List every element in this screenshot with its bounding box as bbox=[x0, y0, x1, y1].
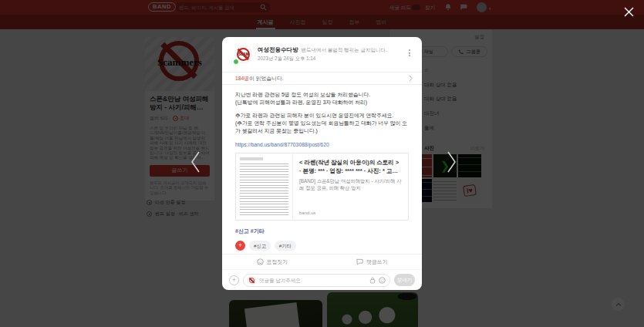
add-emotion-button[interactable]: + bbox=[235, 241, 245, 251]
lock-icon[interactable] bbox=[369, 277, 376, 284]
post-action-bar: 표정짓기 댓글쓰기 bbox=[222, 254, 422, 269]
comment-input-pill[interactable] bbox=[243, 274, 390, 287]
next-post-button[interactable] bbox=[446, 150, 457, 177]
write-comment-button[interactable]: 댓글쓰기 bbox=[322, 255, 423, 269]
chevron-right-icon bbox=[446, 150, 457, 174]
read-count-row[interactable]: 184명이 읽었습니다. bbox=[222, 72, 422, 85]
emoji-icon[interactable] bbox=[379, 277, 386, 284]
band-notice: 밴드내에서 불법적 행위는 금지입니다. bbox=[302, 47, 387, 52]
post-paragraph: (추가로 연락 주신분이 몇명 있으셨는데 회원님들하고 대화가 너무 많이 오… bbox=[235, 120, 409, 135]
link-preview-card[interactable]: < 라렌(작년 잠실의 아웅이)의 스토리 > · 본명: *** · 업장: … bbox=[235, 153, 409, 221]
emotion-button[interactable]: 표정짓기 bbox=[222, 255, 322, 269]
post-paragraph: 지난번 라렌 관련된 5명 정도 여성의 보상을 처리했습니다. bbox=[235, 91, 409, 99]
read-count: 184명 bbox=[235, 76, 249, 81]
send-comment-button[interactable]: 보내기 bbox=[394, 274, 415, 286]
leader-badge bbox=[233, 59, 239, 65]
chevron-left-icon bbox=[190, 150, 201, 174]
post-date: 2023년 2월 24일 오후 1:14 bbox=[258, 56, 315, 62]
plus-icon: + bbox=[232, 276, 236, 284]
comment-bubble-icon bbox=[356, 258, 363, 265]
link-preview-title: < 라렌(작년 잠실의 아웅이)의 스토리 > · 본명: *** · 업장: … bbox=[299, 159, 402, 175]
chevron-right-small-icon bbox=[409, 75, 413, 82]
link-preview-source: band.us bbox=[299, 211, 315, 215]
plus-icon: + bbox=[238, 241, 242, 249]
link-preview-description: [BAND] 스폰&만남 여성피해방지 - 사기/피해 사례 정보 공유, 피해… bbox=[299, 178, 402, 191]
band-name[interactable]: 여성전용수다방밴드내에서 불법적 행위는 금지입니다. bbox=[258, 46, 387, 54]
hashtag-line[interactable]: #신고 #기타 bbox=[235, 228, 409, 235]
band-app: BAND 새글 피드 찾기 ▾ 게시글 사진첩 일정 첨부 멤버 Scammer… bbox=[0, 0, 644, 327]
link-preview-thumbnail bbox=[236, 153, 293, 220]
comment-bar: + 보내기 bbox=[222, 269, 422, 290]
band-avatar[interactable]: SCAM bbox=[234, 46, 252, 63]
previous-post-button[interactable] bbox=[190, 150, 201, 177]
comment-input[interactable] bbox=[259, 278, 366, 283]
attach-button[interactable]: + bbox=[229, 275, 239, 285]
tag-chip[interactable]: #기타 bbox=[275, 241, 296, 251]
post-paragraph: 추가로 라렌과 관련된 피해자 분이 있으시면 운영진에게 연락주세요. bbox=[235, 112, 409, 120]
post-paragraph: (단톡방에 피해여성들과 라렌, 운영진 3자 대화하여 처리) bbox=[235, 99, 409, 106]
close-icon bbox=[623, 6, 635, 18]
post-modal: SCAM 여성전용수다방밴드내에서 불법적 행위는 금지입니다. 2023년 2… bbox=[222, 37, 422, 290]
smiley-icon bbox=[257, 258, 264, 265]
post-link[interactable]: https://band.us/band/87703088/post/620 bbox=[235, 142, 409, 147]
modal-close-button[interactable] bbox=[623, 6, 635, 21]
post-body: 지난번 라렌 관련된 5명 정도 여성의 보상을 처리했습니다. (단톡방에 피… bbox=[235, 85, 409, 251]
my-avatar-scam-icon bbox=[248, 276, 256, 285]
post-menu-button[interactable] bbox=[407, 48, 412, 58]
tag-chip[interactable]: #신고 bbox=[249, 241, 271, 251]
